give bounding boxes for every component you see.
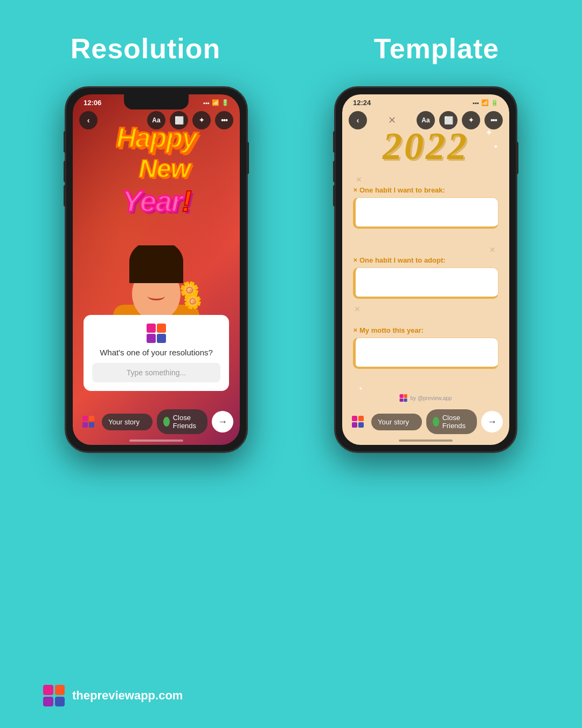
- send-arrow-icon: →: [218, 416, 227, 428]
- text-icon: Aa: [152, 116, 160, 124]
- adopt-habit-input[interactable]: [353, 267, 498, 299]
- phone-resolution: 12:06 ▪▪▪ 📶 🔋 ‹: [65, 86, 248, 453]
- phone1-close-friends-button[interactable]: Close Friends: [157, 409, 207, 434]
- phone1-your-story-button[interactable]: Your story: [102, 414, 153, 430]
- break-habit-label: One habit I want to break:: [353, 186, 498, 194]
- phone2-back-button[interactable]: ‹: [349, 111, 367, 129]
- grid-cell-1b: [352, 416, 357, 421]
- phone2-send-button[interactable]: →: [481, 411, 503, 432]
- text-icon-2: Aa: [421, 116, 429, 124]
- page-background: Resolution Template 12:06 ▪▪▪ 📶: [0, 0, 582, 728]
- section-adopt-habit: One habit I want to adopt:: [353, 256, 498, 299]
- watermark-area: by @preview.app: [400, 394, 452, 402]
- grid-cell-2: [89, 416, 94, 421]
- sparkle-5: ✕: [489, 245, 496, 254]
- person-hair: [129, 245, 183, 283]
- section-break-habit: One habit I want to break:: [353, 186, 498, 229]
- green-dot-icon-2: [433, 417, 439, 427]
- phone2-toolbar: ‹ ✕ Aa ⬜: [342, 109, 509, 132]
- your-story-label: Your story: [108, 418, 140, 426]
- phone1-back-button[interactable]: ‹: [79, 111, 98, 129]
- logo-cell-2: [157, 324, 166, 333]
- phone-template: 12:24 ▪▪▪ 📶 🔋 ‹: [334, 86, 517, 453]
- phone2-sticker-button[interactable]: ⬜: [439, 111, 458, 129]
- break-habit-label-text: One habit I want to break:: [359, 186, 445, 194]
- phone2-text-button[interactable]: Aa: [417, 111, 435, 129]
- new-text: New: [100, 154, 229, 183]
- watermark-logo: [400, 394, 407, 402]
- phones-container: 12:06 ▪▪▪ 📶 🔋 ‹: [0, 75, 582, 453]
- wifi-icon-2: 📶: [481, 99, 489, 106]
- logo-cell-4: [55, 697, 65, 707]
- phone2-bg: 12:24 ▪▪▪ 📶 🔋 ‹: [342, 94, 509, 445]
- signal-icon: ▪▪▪: [203, 100, 210, 106]
- phone2-effect-button[interactable]: ✦: [462, 111, 480, 129]
- phone2-close-button[interactable]: ✕: [384, 112, 400, 128]
- phone1-home-indicator: [129, 439, 183, 442]
- wm-cell-2: [404, 394, 407, 398]
- sticker-icon-2: ⬜: [444, 116, 453, 125]
- close-friends-label-2: Close Friends: [442, 414, 470, 430]
- question-placeholder: Type something...: [127, 368, 186, 377]
- phone2-status-bar: 12:24 ▪▪▪ 📶 🔋: [342, 94, 509, 109]
- phone1-more-button[interactable]: •••: [215, 111, 233, 129]
- more-icon-2: •••: [490, 116, 497, 125]
- exclaim: !: [182, 184, 191, 218]
- grid-cell-1: [82, 416, 88, 421]
- left-section-title: Resolution: [71, 33, 221, 64]
- question-text: What's one of your resolutions?: [92, 347, 220, 358]
- wm-cell-4: [404, 399, 407, 402]
- logo-cell-3: [43, 697, 53, 707]
- sparkle-8: ✦: [358, 386, 363, 392]
- logo-cell-4: [157, 334, 166, 343]
- phone2-more-button[interactable]: •••: [484, 111, 503, 129]
- question-logo-grid: [147, 324, 166, 343]
- flower-emoji2: 🌼: [183, 292, 202, 310]
- back-icon: ‹: [87, 116, 90, 125]
- phone2-close-friends-button[interactable]: Close Friends: [426, 409, 477, 434]
- phone1-send-button[interactable]: →: [212, 411, 233, 432]
- phone1-text-button[interactable]: Aa: [147, 111, 165, 129]
- watermark-text: by @preview.app: [411, 395, 452, 401]
- sticker-icon: ⬜: [175, 116, 184, 125]
- close-icon: ✕: [388, 114, 396, 126]
- footer-logo-text: thepreviewapp.com: [72, 689, 183, 703]
- send-arrow-icon-2: →: [487, 416, 497, 428]
- phone1-bg: 12:06 ▪▪▪ 📶 🔋 ‹: [73, 94, 240, 445]
- adopt-habit-label: One habit I want to adopt:: [353, 256, 498, 264]
- logo-cell-1: [147, 324, 156, 333]
- motto-input[interactable]: [353, 338, 498, 369]
- logo-cell-2: [55, 685, 65, 695]
- phone1-time: 12:06: [84, 99, 101, 107]
- battery-icon-2: 🔋: [491, 99, 498, 106]
- grid-cell-4b: [358, 422, 364, 428]
- effect-icon-2: ✦: [468, 116, 474, 124]
- phone1-sticker-button[interactable]: ⬜: [170, 111, 188, 129]
- back-icon-2: ‹: [357, 116, 359, 125]
- phone1-toolbar-right: Aa ⬜ ✦ •••: [147, 111, 233, 129]
- more-icon: •••: [221, 116, 227, 125]
- question-input-field[interactable]: Type something...: [92, 363, 220, 382]
- globe-grid-2: [352, 416, 364, 428]
- close-friends-label: Close Friends: [173, 414, 201, 430]
- phone2-your-story-button[interactable]: Your story: [371, 414, 422, 430]
- question-logo: [147, 324, 166, 343]
- motto-label: My motto this year:: [353, 326, 498, 334]
- grid-cell-3: [82, 422, 88, 428]
- signal-icon-2: ▪▪▪: [473, 100, 479, 106]
- your-story-label-2: Your story: [378, 418, 409, 426]
- phone1-screen: 12:06 ▪▪▪ 📶 🔋 ‹: [73, 94, 240, 445]
- wm-cell-3: [400, 399, 404, 402]
- phone1-status-bar: 12:06 ▪▪▪ 📶 🔋: [73, 94, 240, 109]
- phone2-globe-button[interactable]: [349, 413, 367, 431]
- battery-icon: 🔋: [221, 99, 229, 106]
- phone1-effect-button[interactable]: ✦: [192, 111, 211, 129]
- break-habit-input[interactable]: [353, 197, 498, 229]
- happy-new-year-overlay: Happy New Year!: [84, 121, 229, 218]
- phone2-toolbar-right: Aa ⬜ ✦ •••: [417, 111, 503, 129]
- logo-cell-1: [43, 685, 53, 695]
- year-text: Year!: [84, 183, 229, 218]
- sparkle-3: ✦: [493, 143, 498, 150]
- phone1-globe-button[interactable]: [79, 413, 98, 431]
- grid-cell-3b: [352, 422, 357, 428]
